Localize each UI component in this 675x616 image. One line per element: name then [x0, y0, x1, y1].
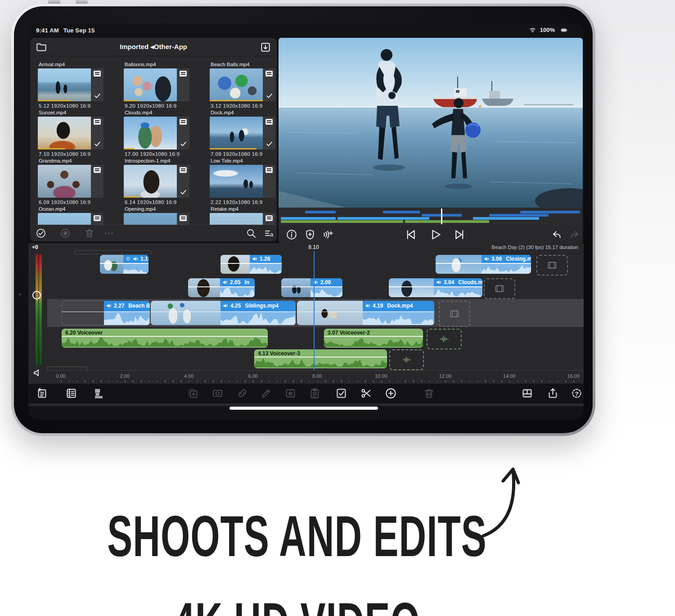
library-clip[interactable]: Grandma.mp46.09 1920x1080 16:9 [38, 158, 117, 205]
clip-volume-line[interactable] [188, 286, 255, 287]
clip-thumbnail[interactable] [124, 68, 177, 101]
ruler-tick [181, 380, 182, 382]
clip-thumbnail-row[interactable] [210, 68, 275, 101]
clip-volume-line[interactable] [436, 263, 531, 264]
timeline-clip-Siblings.mp4[interactable]: 4.25Siblings.mp4 [151, 301, 296, 325]
timeline-clip-Dock.mp4[interactable]: 4.19Dock.mp4 [297, 301, 434, 325]
library-clip[interactable]: Ocean.mp4 [38, 206, 117, 225]
share-icon[interactable] [547, 387, 559, 399]
clip-volume-line[interactable] [389, 286, 482, 287]
clip-thumbnail[interactable] [124, 117, 177, 149]
timeline-clip-In[interactable]: 2.05In [188, 278, 255, 297]
clipboard-icon[interactable] [309, 387, 321, 399]
star-card-icon[interactable] [284, 387, 297, 399]
clip-metadata: 7.09 1920x1080 16:9 [211, 151, 263, 157]
clip-thumbnail-row[interactable] [124, 68, 189, 101]
timeline-clip-Beach B[interactable]: 2.27Beach B [62, 301, 150, 325]
pencil-icon[interactable] [260, 387, 272, 399]
sort-icon[interactable]: a [264, 228, 274, 239]
scissors-icon[interactable] [360, 387, 372, 399]
library-clip[interactable]: Arrival.mp45.12 1920x1080 16:9 [38, 62, 117, 109]
link-icon[interactable] [236, 387, 248, 399]
help-gear-icon[interactable]: ? [571, 387, 583, 399]
library-clip[interactable]: Balloons.mp49.20 1920x1080 16:9 [124, 62, 203, 109]
import-icon[interactable] [260, 41, 271, 53]
clip-thumbnail-row[interactable] [210, 213, 275, 225]
clip-list-icon[interactable] [65, 387, 77, 399]
clip-volume-line[interactable] [151, 312, 296, 313]
search-icon[interactable] [246, 228, 256, 239]
timeline-clip-Clouds.mp4[interactable]: 3.04Clouds.mp4 [389, 278, 482, 297]
add-source-icon[interactable] [36, 387, 48, 399]
trash-icon[interactable] [423, 387, 435, 399]
more-icon[interactable] [104, 228, 114, 239]
timeline-overview-scrubber[interactable] [279, 208, 583, 226]
clip-thumbnail[interactable] [38, 165, 91, 198]
ruler-tick [293, 380, 294, 382]
skip-forward-icon[interactable] [453, 228, 467, 241]
checkbox-icon[interactable] [335, 387, 347, 399]
library-clip[interactable]: Opening.mp4 [124, 206, 203, 225]
transition-icon[interactable] [212, 387, 224, 399]
clip-thumbnail-row[interactable] [124, 117, 189, 149]
timeline-clip-1.28[interactable]: 1.28 [220, 255, 282, 274]
clip-thumbnail-row[interactable] [38, 68, 104, 101]
plus-circle-icon[interactable] [385, 387, 397, 399]
trash-icon[interactable] [84, 228, 95, 239]
library-title[interactable]: Imported ◂Other-App [30, 43, 277, 51]
clip-thumbnail[interactable] [38, 117, 91, 149]
clip-thumbnail[interactable] [124, 165, 177, 198]
ruler-tick [317, 380, 318, 382]
record-icon[interactable] [60, 228, 71, 239]
clip-thumbnail[interactable] [210, 213, 263, 225]
info-icon[interactable] [286, 229, 297, 240]
clip-thumbnail-row[interactable] [38, 165, 104, 198]
clip-volume-line[interactable] [220, 263, 282, 264]
library-clip[interactable]: Introspection-1.mp46.14 1920x1080 16:9 [124, 158, 203, 205]
library-clip[interactable]: Clouds.mp417.00 1920x1080 16:9 [124, 110, 203, 157]
clip-thumbnail[interactable] [38, 213, 91, 225]
box-plus-icon[interactable] [187, 387, 199, 399]
clip-volume-line[interactable] [297, 312, 434, 313]
shield-plus-icon[interactable] [304, 229, 316, 240]
clip-thumbnail-row[interactable] [38, 117, 104, 149]
clip-thumbnail[interactable] [210, 117, 263, 149]
speaker-small-icon [133, 256, 138, 262]
timeline-clip-Voiceover-2[interactable]: 3.07 Voiceover-2 [324, 329, 423, 348]
clip-thumbnail-row[interactable] [124, 213, 189, 225]
clip-waveform [123, 263, 148, 274]
timeline-clip-Voiceover[interactable]: 6.20 Voiceover [62, 329, 268, 348]
select-all-icon[interactable] [36, 228, 46, 239]
redo-icon[interactable] [569, 229, 580, 240]
timeline-clip-Closing.mp4[interactable]: 3.06Closing.mp4 [436, 255, 531, 274]
clip-thumbnail[interactable] [210, 68, 263, 101]
library-clip[interactable]: Sunset.mp47.10 1920x1080 16:9 [38, 110, 117, 157]
mixer-icon[interactable] [94, 387, 106, 399]
clip-thumbnail[interactable] [124, 213, 177, 225]
undo-icon[interactable] [551, 229, 562, 240]
home-indicator[interactable] [230, 407, 378, 410]
clip-thumbnail-row[interactable] [38, 213, 104, 225]
clip-thumbnail[interactable] [210, 165, 263, 198]
overview-playhead[interactable] [441, 208, 442, 224]
library-clip[interactable]: Low Tide.mp42.22 1920x1080 16:9 [210, 158, 277, 205]
clip-volume-line[interactable] [281, 286, 342, 287]
clip-metadata: 9.20 1920x1080 16:9 [125, 103, 177, 109]
timeline-clip-2.00[interactable]: 2.00 [281, 278, 342, 297]
clip-volume-line[interactable] [100, 263, 148, 264]
play-icon[interactable] [428, 228, 442, 241]
clip-thumbnail-row[interactable] [210, 165, 275, 198]
timeline-clip-Voiceover-3[interactable]: 4.13 Voiceover-3 [254, 349, 387, 368]
clip-thumbnail-row[interactable] [210, 117, 275, 149]
skip-back-icon[interactable] [404, 228, 417, 241]
clip-thumbnail-row[interactable] [124, 165, 189, 198]
clip-volume-line[interactable] [62, 312, 150, 313]
library-clip[interactable]: Retake.mp4 [210, 206, 277, 225]
clip-thumbnail[interactable] [38, 68, 91, 101]
library-clip[interactable]: Dock.mp47.09 1920x1080 16:9 [210, 110, 277, 157]
timeline-playhead[interactable] [314, 251, 315, 370]
layout-icon[interactable] [521, 387, 533, 399]
library-clip[interactable]: Beach Balls.mp43.12 1920x1080 16:9 [210, 62, 277, 109]
timeline-clip-Oper[interactable]: 1.19Oper [100, 255, 148, 274]
wave-plus-icon[interactable] [322, 229, 334, 240]
